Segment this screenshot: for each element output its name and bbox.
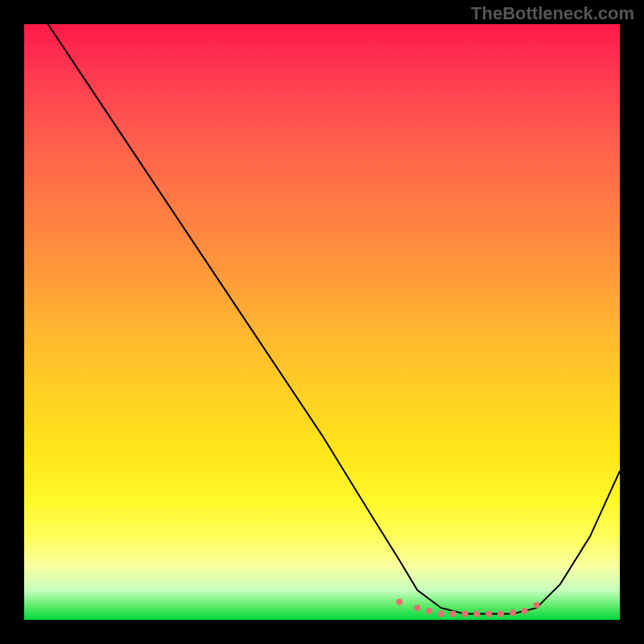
curve-marker — [438, 611, 444, 617]
curve-marker — [450, 611, 456, 617]
chart-container: TheBottleneck.com — [0, 0, 644, 644]
curve-marker — [533, 602, 539, 609]
curve-marker — [510, 609, 516, 616]
curve-marker — [414, 605, 420, 611]
curve-marker — [497, 611, 504, 617]
curve-markers — [396, 599, 539, 617]
watermark-text: TheBottleneck.com — [471, 3, 634, 24]
curve-marker — [426, 608, 432, 614]
curve-marker — [462, 611, 469, 617]
chart-plot-area — [24, 24, 620, 620]
curve-marker — [522, 608, 528, 614]
curve-marker — [396, 599, 402, 605]
curve-marker — [485, 611, 492, 617]
curve-marker — [473, 611, 480, 617]
bottleneck-curve — [48, 24, 620, 614]
chart-svg — [24, 24, 620, 620]
